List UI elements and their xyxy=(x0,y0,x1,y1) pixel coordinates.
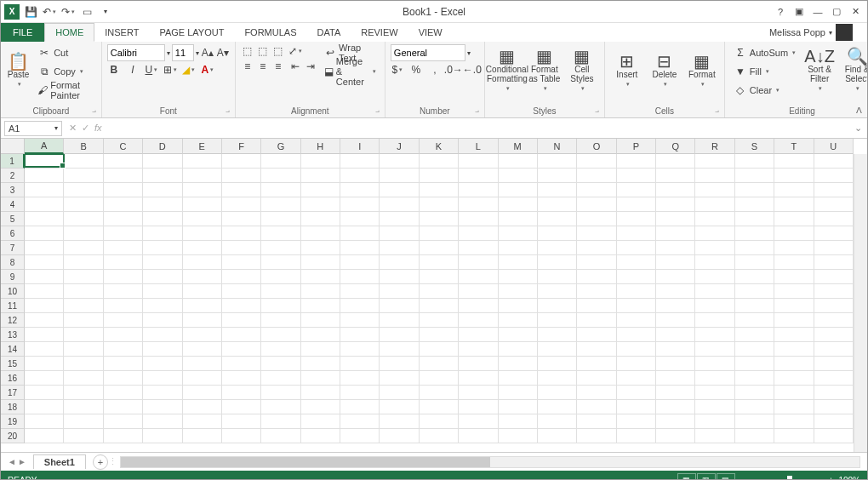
increase-decimal-icon[interactable]: .0→ xyxy=(447,63,460,77)
cell[interactable] xyxy=(814,328,854,342)
cell[interactable] xyxy=(814,400,854,414)
cell[interactable] xyxy=(695,386,734,400)
cell[interactable] xyxy=(774,429,814,443)
cell[interactable] xyxy=(340,299,380,313)
cell[interactable] xyxy=(695,270,734,284)
cell[interactable] xyxy=(340,400,380,414)
tab-formulas[interactable]: FORMULAS xyxy=(234,23,306,42)
cell[interactable] xyxy=(25,328,64,342)
cell[interactable] xyxy=(301,313,340,328)
undo-icon[interactable]: ↶ xyxy=(42,4,57,20)
cell[interactable] xyxy=(695,241,734,255)
cell[interactable] xyxy=(577,299,616,313)
cell[interactable] xyxy=(814,169,854,183)
row-header-14[interactable]: 14 xyxy=(1,342,25,357)
cell[interactable] xyxy=(459,197,498,212)
cell[interactable] xyxy=(459,429,498,443)
cell[interactable] xyxy=(380,183,419,197)
cell[interactable] xyxy=(104,299,143,313)
cell[interactable] xyxy=(301,197,340,212)
cell[interactable] xyxy=(25,386,64,400)
cell[interactable] xyxy=(538,255,577,270)
cell[interactable] xyxy=(222,357,261,371)
cell[interactable] xyxy=(774,284,814,299)
cell[interactable] xyxy=(25,400,64,414)
cell[interactable] xyxy=(577,255,616,270)
cell[interactable] xyxy=(143,270,182,284)
number-format-input[interactable] xyxy=(391,44,465,61)
find-select-button[interactable]: 🔍Find & Select xyxy=(840,44,868,97)
save-icon[interactable]: 💾 xyxy=(23,4,38,20)
cell[interactable] xyxy=(459,342,498,357)
cell[interactable] xyxy=(735,328,774,342)
cell[interactable] xyxy=(261,284,300,299)
increase-font-icon[interactable]: A▴ xyxy=(201,46,214,60)
row-header-11[interactable]: 11 xyxy=(1,299,25,313)
column-header-L[interactable]: L xyxy=(459,139,498,154)
cell[interactable] xyxy=(577,429,616,443)
cell[interactable] xyxy=(104,342,143,357)
cell[interactable] xyxy=(814,183,854,197)
cell[interactable] xyxy=(340,357,380,371)
row-header-9[interactable]: 9 xyxy=(1,270,25,284)
cell[interactable] xyxy=(617,183,656,197)
cell[interactable] xyxy=(64,386,103,400)
column-header-J[interactable]: J xyxy=(380,139,419,154)
cell[interactable] xyxy=(814,226,854,241)
cell[interactable] xyxy=(340,342,380,357)
cell[interactable] xyxy=(499,284,538,299)
row-header-13[interactable]: 13 xyxy=(1,328,25,342)
cell[interactable] xyxy=(695,255,734,270)
column-header-Q[interactable]: Q xyxy=(656,139,695,154)
cell[interactable] xyxy=(814,154,854,169)
cell[interactable] xyxy=(261,154,300,169)
cell[interactable] xyxy=(577,342,616,357)
percent-format-icon[interactable]: % xyxy=(409,63,423,77)
cell[interactable] xyxy=(104,169,143,183)
cell[interactable] xyxy=(420,414,459,429)
cell[interactable] xyxy=(104,328,143,342)
cell[interactable] xyxy=(420,313,459,328)
page-break-view-icon[interactable]: ▤ xyxy=(717,473,735,480)
cell[interactable] xyxy=(735,284,774,299)
cell[interactable] xyxy=(261,386,300,400)
column-header-H[interactable]: H xyxy=(301,139,340,154)
cell[interactable] xyxy=(459,284,498,299)
cell[interactable] xyxy=(222,328,261,342)
cell[interactable] xyxy=(104,255,143,270)
cell[interactable] xyxy=(25,414,64,429)
column-header-A[interactable]: A xyxy=(25,139,64,154)
cell[interactable] xyxy=(735,270,774,284)
cell[interactable] xyxy=(814,371,854,386)
cell[interactable] xyxy=(143,414,182,429)
cell[interactable] xyxy=(617,414,656,429)
cell[interactable] xyxy=(143,371,182,386)
cell[interactable] xyxy=(774,357,814,371)
cell[interactable] xyxy=(774,371,814,386)
cell[interactable] xyxy=(420,299,459,313)
column-header-R[interactable]: R xyxy=(695,139,734,154)
row-header-3[interactable]: 3 xyxy=(1,183,25,197)
cell[interactable] xyxy=(695,414,734,429)
cell[interactable] xyxy=(656,284,695,299)
cell[interactable] xyxy=(538,212,577,226)
cell[interactable] xyxy=(814,197,854,212)
cell[interactable] xyxy=(261,400,300,414)
cell[interactable] xyxy=(774,212,814,226)
cell[interactable] xyxy=(261,429,300,443)
cell[interactable] xyxy=(735,313,774,328)
cell[interactable] xyxy=(577,328,616,342)
cell[interactable] xyxy=(656,429,695,443)
cell[interactable] xyxy=(617,400,656,414)
cell[interactable] xyxy=(656,342,695,357)
font-size-dropdown-icon[interactable]: ▾ xyxy=(196,49,199,57)
row-header-4[interactable]: 4 xyxy=(1,197,25,212)
decrease-indent-icon[interactable]: ⇤ xyxy=(288,60,302,73)
cell[interactable] xyxy=(301,429,340,443)
row-header-16[interactable]: 16 xyxy=(1,371,25,386)
cell[interactable] xyxy=(380,357,419,371)
cell[interactable] xyxy=(143,400,182,414)
cell[interactable] xyxy=(183,328,222,342)
cell[interactable] xyxy=(380,212,419,226)
align-right-icon[interactable]: ≡ xyxy=(271,60,285,73)
